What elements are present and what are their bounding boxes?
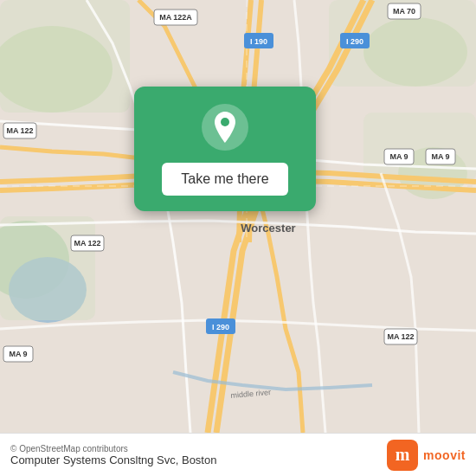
attribution-text: © OpenStreetMap contributors bbox=[10, 444, 216, 453]
svg-text:MA 9: MA 9 bbox=[9, 350, 27, 358]
location-icon-wrapper bbox=[202, 104, 248, 151]
location-popup: Take me there bbox=[134, 87, 316, 211]
svg-text:I 190: I 190 bbox=[250, 37, 267, 46]
moovit-label: moovit bbox=[423, 448, 466, 462]
svg-text:MA 122: MA 122 bbox=[387, 332, 414, 341]
svg-text:MA 122: MA 122 bbox=[74, 239, 100, 248]
svg-text:MA 9: MA 9 bbox=[431, 152, 449, 161]
svg-rect-9 bbox=[0, 216, 95, 320]
take-me-there-button[interactable]: Take me there bbox=[162, 163, 287, 196]
svg-text:MA 122: MA 122 bbox=[6, 126, 33, 135]
svg-text:I 290: I 290 bbox=[212, 323, 229, 331]
location-pin-icon bbox=[211, 112, 239, 143]
bottom-left: © OpenStreetMap contributors Computer Sy… bbox=[10, 444, 216, 466]
moovit-icon: m bbox=[387, 440, 418, 471]
map-svg: Worcester MA 70 MA 122A I 190 I 290 MA 1… bbox=[0, 0, 476, 433]
svg-text:MA 122A: MA 122A bbox=[159, 13, 192, 22]
svg-rect-8 bbox=[363, 113, 476, 182]
map-view: Worcester MA 70 MA 122A I 190 I 290 MA 1… bbox=[0, 0, 476, 433]
svg-text:I 290: I 290 bbox=[346, 37, 363, 46]
svg-text:MA 70: MA 70 bbox=[393, 7, 415, 16]
moovit-logo: m moovit bbox=[387, 440, 466, 471]
svg-point-33 bbox=[221, 118, 229, 126]
svg-rect-6 bbox=[0, 0, 130, 113]
business-name: Computer Systems Consltng Svc, Boston bbox=[10, 453, 216, 466]
bottom-bar: © OpenStreetMap contributors Computer Sy… bbox=[0, 433, 476, 476]
svg-text:MA 9: MA 9 bbox=[389, 152, 408, 161]
city-label: Worcester bbox=[241, 222, 295, 235]
